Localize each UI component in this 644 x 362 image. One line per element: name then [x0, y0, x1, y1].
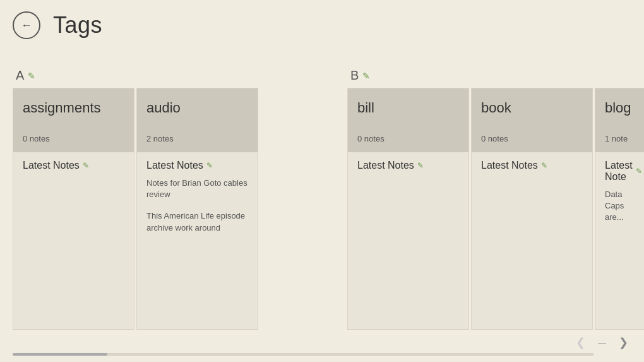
tag-card-book-header: book 0 notes [472, 88, 592, 152]
scroll-thumb [13, 353, 107, 356]
tag-card-audio-header: audio 2 notes [137, 88, 258, 152]
tag-blog-latest-edit-icon[interactable]: ✎ [636, 167, 642, 176]
section-b-header: B ✎ [347, 68, 644, 83]
tag-book-latest-label: Latest Notes ✎ [481, 160, 583, 171]
tag-bill-count: 0 notes [357, 134, 459, 143]
section-a-header: A ✎ [13, 68, 341, 83]
blog-note-1[interactable]: Data Caps are... [605, 189, 641, 224]
tag-assignments-name: assignments [23, 100, 124, 116]
tag-assignments-latest-edit-icon[interactable]: ✎ [83, 161, 89, 170]
tag-blog-body: Latest Note ✎ Data Caps are... [595, 152, 644, 329]
tag-blog-name: blog [605, 100, 641, 116]
tag-card-blog[interactable]: blog 1 note Latest Note ✎ Data Caps are.… [595, 88, 644, 330]
section-a-tags-row: assignments 0 notes Latest Notes ✎ audio… [13, 88, 341, 330]
tag-card-blog-header: blog 1 note [595, 88, 644, 152]
header: ← Tags [0, 0, 644, 45]
audio-note-2[interactable]: This American Life episode archive work … [146, 210, 248, 233]
section-b-tags-row: bill 0 notes Latest Notes ✎ book 0 notes [347, 88, 644, 330]
tag-card-audio[interactable]: audio 2 notes Latest Notes ✎ Notes for B… [136, 88, 258, 330]
section-a-edit-icon[interactable]: ✎ [28, 71, 35, 81]
section-b: B ✎ bill 0 notes Latest Notes ✎ [341, 68, 644, 330]
back-arrow-icon: ← [21, 20, 32, 31]
back-button[interactable]: ← [13, 11, 40, 39]
tag-bill-name: bill [357, 100, 459, 116]
nav-arrows: ❮ — ❯ [573, 334, 631, 351]
page-title: Tags [53, 12, 102, 39]
tag-audio-latest-edit-icon[interactable]: ✎ [206, 161, 213, 170]
section-a: A ✎ assignments 0 notes Latest Notes ✎ a… [0, 68, 341, 330]
tag-book-latest-edit-icon[interactable]: ✎ [541, 161, 547, 170]
nav-next-button[interactable]: ❯ [616, 334, 631, 351]
tag-bill-latest-label: Latest Notes ✎ [357, 160, 459, 171]
tag-card-assignments[interactable]: assignments 0 notes Latest Notes ✎ [13, 88, 134, 330]
tag-bill-body: Latest Notes ✎ [348, 152, 468, 329]
tag-card-bill-header: bill 0 notes [348, 88, 468, 152]
tag-card-bill[interactable]: bill 0 notes Latest Notes ✎ [347, 88, 469, 330]
tag-bill-latest-edit-icon[interactable]: ✎ [417, 161, 424, 170]
tag-blog-latest-label: Latest Note ✎ [605, 160, 641, 183]
tag-blog-count: 1 note [605, 134, 641, 143]
tag-assignments-count: 0 notes [23, 134, 124, 143]
nav-prev-button[interactable]: ❮ [573, 334, 588, 351]
nav-separator: — [598, 338, 606, 347]
section-b-edit-icon[interactable]: ✎ [362, 71, 370, 81]
tag-assignments-body: Latest Notes ✎ [13, 152, 134, 329]
tag-audio-latest-label: Latest Notes ✎ [146, 160, 248, 171]
section-b-letter: B [350, 68, 359, 83]
tag-book-count: 0 notes [481, 134, 583, 143]
tag-assignments-latest-label: Latest Notes ✎ [23, 160, 124, 171]
scroll-bar[interactable] [13, 353, 593, 356]
tag-card-book[interactable]: book 0 notes Latest Notes ✎ [471, 88, 593, 330]
section-a-letter: A [16, 68, 24, 83]
tag-audio-name: audio [146, 100, 248, 116]
audio-note-1[interactable]: Notes for Brian Goto cables review [146, 178, 248, 200]
tag-card-assignments-header: assignments 0 notes [13, 88, 134, 152]
tag-book-body: Latest Notes ✎ [472, 152, 592, 329]
tag-audio-count: 2 notes [146, 134, 248, 143]
tag-audio-body: Latest Notes ✎ Notes for Brian Goto cabl… [137, 152, 258, 329]
tag-book-name: book [481, 100, 583, 116]
